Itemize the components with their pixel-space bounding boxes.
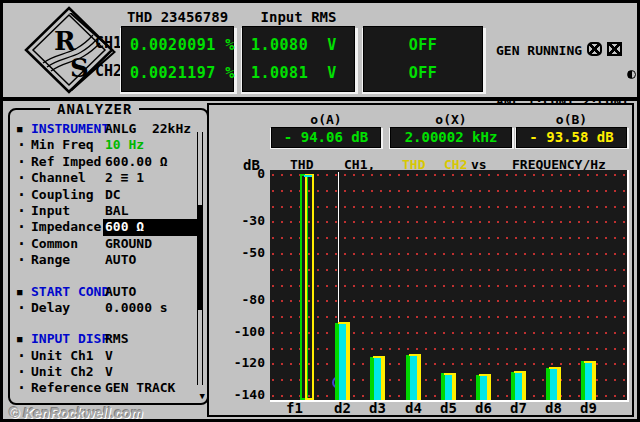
analyzer-row-unit-ch2[interactable]: ·Unit Ch2V bbox=[10, 364, 202, 380]
ch2-bar-cap bbox=[338, 322, 350, 324]
analyzer-row-start-cond[interactable]: ■START CONDAUTO bbox=[10, 284, 202, 300]
analyzer-row-value: V bbox=[105, 348, 113, 364]
x-label-d8: d8 bbox=[539, 402, 569, 416]
y-tick-label: -50 bbox=[209, 246, 265, 260]
item-bullet-icon: · bbox=[17, 137, 26, 153]
analyzer-row-instrument[interactable]: ■INSTRUMENTANLG 22kHz bbox=[10, 121, 202, 137]
gen-status: GEN RUNNING bbox=[496, 43, 582, 58]
ch1-bar bbox=[581, 361, 585, 400]
analyzer-row-value: GEN TRACK bbox=[105, 380, 175, 396]
analyzer-spacer bbox=[10, 316, 202, 331]
item-bullet-icon: · bbox=[17, 203, 26, 219]
analyzer-row-label: Unit Ch1 bbox=[31, 348, 94, 364]
analyzer-row-label: Coupling bbox=[31, 187, 94, 203]
x-label-d5: d5 bbox=[434, 402, 464, 416]
item-bullet-icon: · bbox=[17, 187, 26, 203]
analyzer-spacer bbox=[10, 269, 202, 284]
analyzer-row-channel[interactable]: ·Channel2 ≡ 1 bbox=[10, 170, 202, 186]
x-label-d6: d6 bbox=[469, 402, 499, 416]
logo-letter-r: R bbox=[54, 26, 76, 56]
keyboard-disabled-icon bbox=[607, 42, 622, 56]
readout-a-value: - 94.06 dB bbox=[271, 127, 381, 148]
analyzer-row-delay[interactable]: ·Delay0.0000 s bbox=[10, 300, 202, 316]
readout-x-value: 2.00002 kHz bbox=[390, 127, 512, 148]
analyzer-row-range[interactable]: ·RangeAUTO bbox=[10, 252, 202, 268]
bar-group-d4 bbox=[406, 170, 421, 400]
bar-group-d7 bbox=[511, 170, 526, 400]
analyzer-row-label: Ref Imped bbox=[31, 154, 101, 170]
analyzer-row-value: 2 ≡ 1 bbox=[105, 170, 144, 186]
ch2-bar-cap bbox=[479, 374, 491, 376]
analyzer-row-value: AUTO bbox=[105, 252, 136, 268]
ch2-label: CH2 bbox=[95, 62, 122, 80]
analyzer-row-unit-ch1[interactable]: ·Unit Ch1V bbox=[10, 348, 202, 364]
analyzer-rows: ■INSTRUMENTANLG 22kHz·Min Freq10 Hz·Ref … bbox=[10, 121, 202, 397]
x-label-d2: d2 bbox=[328, 402, 358, 416]
analyzer-row-impedance[interactable]: ·Impedance600 Ω bbox=[10, 219, 202, 235]
bar-fill-cap bbox=[304, 175, 312, 177]
ch2-bar bbox=[417, 354, 421, 400]
analyzer-row-reference[interactable]: ·ReferenceGEN TRACK bbox=[10, 380, 202, 396]
x-label-d9: d9 bbox=[574, 402, 604, 416]
analyzer-row-label: Range bbox=[31, 252, 70, 268]
y-tick-label: 0 bbox=[209, 167, 265, 181]
analyzer-row-common[interactable]: ·CommonGROUND bbox=[10, 236, 202, 252]
section-bullet-icon: ■ bbox=[17, 121, 22, 137]
item-bullet-icon: · bbox=[17, 380, 26, 396]
analyzer-row-value: V bbox=[105, 364, 113, 380]
analyzer-panel-title: ANALYZER bbox=[50, 101, 139, 117]
thd-header: THD 23456789 bbox=[121, 9, 234, 25]
analyzer-row-label: Common bbox=[31, 236, 78, 252]
input-rms-ch1-value: 1.0080 V bbox=[243, 36, 354, 54]
bar-group-d6 bbox=[476, 170, 491, 400]
analyzer-row-label: Min Freq bbox=[31, 137, 94, 153]
ch2-bar bbox=[346, 322, 350, 400]
thd-ch1-value: 0.0020091 % bbox=[122, 36, 233, 54]
ch2-bar bbox=[452, 373, 456, 400]
analyzer-row-label: Unit Ch2 bbox=[31, 364, 94, 380]
ch2-bar bbox=[381, 356, 385, 400]
item-bullet-icon: · bbox=[17, 154, 26, 170]
x-label-d4: d4 bbox=[399, 402, 429, 416]
ch2-bar bbox=[592, 361, 596, 400]
ch2-bar-cap bbox=[514, 371, 526, 373]
analyzer-row-input-disp[interactable]: ■INPUT DISPRMS bbox=[10, 331, 202, 347]
logo-letter-s: S bbox=[70, 53, 89, 83]
ch2-bar-cap bbox=[549, 367, 561, 369]
x-label-d7: d7 bbox=[504, 402, 534, 416]
analyzer-row-label: Delay bbox=[31, 300, 70, 316]
bar-group-f1 bbox=[300, 170, 315, 400]
analyzer-row-input[interactable]: ·InputBAL bbox=[10, 203, 202, 219]
x-label-f1: f1 bbox=[280, 402, 310, 416]
ch2-bar bbox=[487, 374, 491, 400]
aux-display: OFF OFF bbox=[363, 26, 483, 92]
analyzer-row-value: 0.0000 s bbox=[105, 300, 168, 316]
analyzer-row-value: RMS bbox=[105, 331, 128, 347]
y-tick-label: -80 bbox=[209, 293, 265, 307]
ch2-bar-cap bbox=[373, 356, 385, 358]
analyzer-row-label: Impedance bbox=[31, 219, 101, 235]
analyzer-row-label: Reference bbox=[31, 380, 101, 396]
section-bullet-icon: ■ bbox=[17, 331, 22, 347]
ch1-bar bbox=[441, 373, 445, 400]
readout-a-label: o(A) bbox=[271, 112, 381, 127]
readout-b-value: - 93.58 dB bbox=[516, 127, 627, 148]
analyzer-row-value: AUTO bbox=[105, 284, 136, 300]
ch1-bar bbox=[546, 368, 550, 400]
ch1-bar bbox=[335, 323, 339, 400]
item-bullet-icon: · bbox=[17, 252, 26, 268]
analyzer-row-ref-imped[interactable]: ·Ref Imped600.00 Ω bbox=[10, 154, 202, 170]
analyzer-row-min-freq[interactable]: ·Min Freq10 Hz bbox=[10, 137, 202, 153]
thd-ch2-value: 0.0021197 % bbox=[122, 64, 233, 82]
scrollbar-thumb[interactable] bbox=[197, 205, 203, 310]
readout-x-label: o(X) bbox=[390, 112, 512, 127]
analyzer-row-value: 10 Hz bbox=[105, 137, 144, 153]
ch2-bar bbox=[522, 371, 526, 400]
scroll-down-arrow-icon[interactable]: ▼ bbox=[200, 391, 205, 401]
half-circle-icon bbox=[627, 70, 636, 79]
analyzer-row-value: 600.00 Ω bbox=[105, 154, 168, 170]
plot-area bbox=[270, 170, 629, 402]
analyzer-row-coupling[interactable]: ·CouplingDC bbox=[10, 187, 202, 203]
bar-group-d8 bbox=[546, 170, 561, 400]
thd-display: 0.0020091 % 0.0021197 % bbox=[121, 26, 234, 92]
